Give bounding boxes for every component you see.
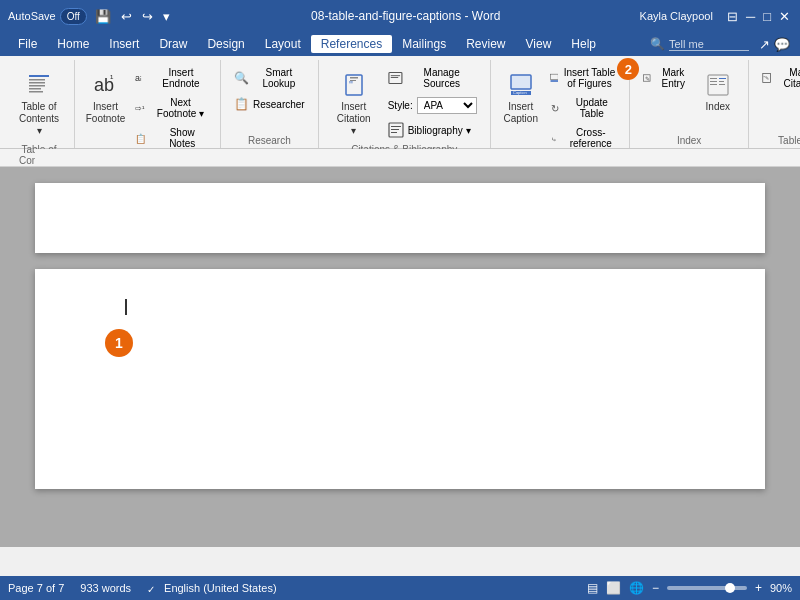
update-table-button[interactable]: ↻ Update Table [545, 94, 622, 122]
menu-draw[interactable]: Draw [149, 35, 197, 53]
comments-icon[interactable]: 💬 [772, 35, 792, 54]
next-footnote-label: Next Footnote ▾ [154, 97, 207, 119]
manage-sources-button[interactable]: Manage Sources [383, 64, 482, 92]
menu-layout[interactable]: Layout [255, 35, 311, 53]
show-notes-label: Show Notes [157, 127, 207, 149]
svg-text:⇨¹: ⇨¹ [135, 104, 145, 113]
svg-rect-21 [391, 132, 397, 133]
language-indicator: ✓ English (United States) [147, 581, 277, 595]
title-bar-right: Kayla Claypool ⊟ ─ □ ✕ [640, 7, 792, 26]
page-top [35, 183, 765, 253]
insert-footnote-icon: ab ¹ [90, 69, 122, 101]
svg-rect-4 [29, 88, 41, 90]
insert-caption-button[interactable]: Caption InsertCaption [499, 64, 543, 130]
menu-file[interactable]: File [8, 35, 47, 53]
svg-rect-26 [550, 80, 558, 82]
insert-table-figures-button[interactable]: Insert Table of Figures [545, 64, 622, 92]
user-name: Kayla Claypool [640, 10, 713, 22]
ribbon-group-captions: Caption InsertCaption Insert Table of Fi… [491, 60, 631, 148]
minimize-button[interactable]: ─ [744, 7, 757, 26]
mark-entry-label: Mark Entry [658, 67, 689, 89]
autosave-toggle[interactable]: Off [60, 8, 87, 25]
show-notes-button[interactable]: 📋 Show Notes [130, 124, 212, 152]
redo-icon[interactable]: ↪ [140, 7, 155, 26]
svg-rect-34 [710, 84, 717, 85]
spelling-icon: ✓ [147, 581, 161, 595]
svg-rect-2 [29, 82, 45, 84]
citations-col: Manage Sources Style: APA MLA Chicago Bi… [383, 64, 482, 141]
menu-mailings[interactable]: Mailings [392, 35, 456, 53]
update-table-label: Update Table [567, 97, 616, 119]
insert-table-figures-label: Insert Table of Figures [562, 67, 616, 89]
ribbon-display-icon[interactable]: ⊟ [725, 7, 740, 26]
svg-rect-1 [29, 79, 45, 81]
insert-endnote-button[interactable]: aᵢ Insert Endnote [130, 64, 212, 92]
view-print-icon[interactable]: ⬜ [606, 581, 621, 595]
zoom-slider[interactable] [667, 586, 747, 590]
menu-view[interactable]: View [516, 35, 562, 53]
svg-rect-32 [710, 78, 717, 79]
undo-icon[interactable]: ↩ [119, 7, 134, 26]
step1-badge: 1 [105, 329, 133, 357]
ribbon-group-toa: "✎ Mark Citation ⚖ Table ofAuthorities T… [749, 60, 800, 148]
bibliography-button[interactable]: Bibliography ▾ [383, 119, 482, 141]
menu-insert[interactable]: Insert [99, 35, 149, 53]
tell-me-input[interactable] [669, 38, 749, 51]
mark-entry-button[interactable]: ✎ Mark Entry [638, 64, 693, 92]
ruler-svg [35, 149, 765, 165]
view-web-icon[interactable]: 🌐 [629, 581, 644, 595]
maximize-button[interactable]: □ [761, 7, 773, 26]
ribbon: Table ofContents ▾ Table of Contents ab … [0, 56, 800, 149]
document-area[interactable]: 1 [0, 167, 800, 547]
menu-design[interactable]: Design [197, 35, 254, 53]
title-bar-left: AutoSave Off 💾 ↩ ↪ ▾ [8, 7, 172, 26]
research-col: 🔍 Smart Lookup 📋 Researcher [229, 64, 310, 114]
menu-home[interactable]: Home [47, 35, 99, 53]
save-icon[interactable]: 💾 [93, 7, 113, 26]
title-bar: AutoSave Off 💾 ↩ ↪ ▾ 08-table-and-figure… [0, 0, 800, 32]
mark-citation-button[interactable]: "✎ Mark Citation [757, 64, 800, 92]
svg-rect-33 [710, 81, 717, 82]
insert-citation-label: InsertCitation ▾ [334, 101, 374, 137]
toa-group-label: Table of Authorities [757, 133, 800, 148]
search-area: 🔍 [650, 37, 749, 51]
next-footnote-button[interactable]: ⇨¹ Next Footnote ▾ [130, 94, 212, 122]
style-select[interactable]: APA MLA Chicago [417, 97, 477, 114]
researcher-button[interactable]: 📋 Researcher [229, 94, 310, 114]
insert-index-button[interactable]: Index [696, 64, 740, 118]
toc-button[interactable]: Table ofContents ▾ [12, 64, 66, 142]
word-count: 933 words [80, 582, 131, 594]
cross-reference-label: Cross-reference [565, 127, 616, 149]
svg-rect-22 [511, 75, 531, 89]
menu-references[interactable]: References [311, 35, 392, 53]
document-content: 1 [75, 299, 725, 315]
language-label: English (United States) [164, 582, 277, 594]
share-icon[interactable]: ↗ [757, 35, 772, 54]
toc-content: Table ofContents ▾ [12, 64, 66, 142]
zoom-in-button[interactable]: + [755, 581, 762, 595]
view-normal-icon[interactable]: ▤ [587, 581, 598, 595]
zoom-out-button[interactable]: − [652, 581, 659, 595]
svg-rect-42 [35, 149, 765, 165]
smart-lookup-button[interactable]: 🔍 Smart Lookup [229, 64, 310, 92]
page-main[interactable]: 1 [35, 269, 765, 489]
zoom-level[interactable]: 90% [770, 582, 792, 594]
close-button[interactable]: ✕ [777, 7, 792, 26]
ribbon-group-research: 🔍 Smart Lookup 📋 Researcher Research [221, 60, 319, 148]
svg-text:↻: ↻ [551, 103, 559, 114]
style-selector[interactable]: Style: APA MLA Chicago [383, 94, 482, 117]
svg-rect-37 [719, 84, 725, 85]
menu-review[interactable]: Review [456, 35, 515, 53]
cross-reference-button[interactable]: ⤷ Cross-reference [545, 124, 622, 152]
quick-access-dropdown[interactable]: ▾ [161, 7, 172, 26]
toa-content: "✎ Mark Citation ⚖ Table ofAuthorities [757, 64, 800, 133]
svg-rect-35 [719, 78, 726, 79]
bibliography-label: Bibliography ▾ [408, 125, 471, 136]
insert-footnote-button[interactable]: ab ¹ InsertFootnote [83, 64, 128, 130]
zoom-thumb [725, 583, 735, 593]
ribbon-group-citations: " InsertCitation ▾ Manage Sources Style: [319, 60, 491, 148]
menu-help[interactable]: Help [561, 35, 606, 53]
toa-col-small: "✎ Mark Citation [757, 64, 800, 92]
insert-citation-button[interactable]: " InsertCitation ▾ [327, 64, 381, 142]
ruler [35, 149, 765, 166]
